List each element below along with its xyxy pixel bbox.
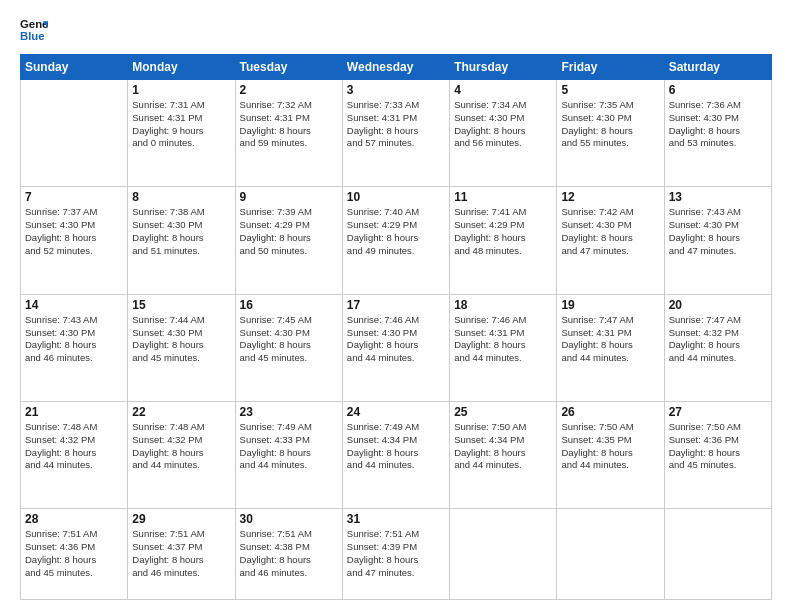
weekday-header-row: SundayMondayTuesdayWednesdayThursdayFrid… [21, 55, 772, 80]
day-info: Sunrise: 7:51 AM Sunset: 4:37 PM Dayligh… [132, 528, 230, 579]
day-number: 24 [347, 405, 445, 419]
calendar-cell: 16Sunrise: 7:45 AM Sunset: 4:30 PM Dayli… [235, 294, 342, 401]
logo: General Blue [20, 16, 48, 44]
day-info: Sunrise: 7:39 AM Sunset: 4:29 PM Dayligh… [240, 206, 338, 257]
day-number: 14 [25, 298, 123, 312]
day-info: Sunrise: 7:42 AM Sunset: 4:30 PM Dayligh… [561, 206, 659, 257]
calendar-cell: 11Sunrise: 7:41 AM Sunset: 4:29 PM Dayli… [450, 187, 557, 294]
day-number: 22 [132, 405, 230, 419]
day-info: Sunrise: 7:49 AM Sunset: 4:34 PM Dayligh… [347, 421, 445, 472]
calendar-cell: 21Sunrise: 7:48 AM Sunset: 4:32 PM Dayli… [21, 402, 128, 509]
day-info: Sunrise: 7:47 AM Sunset: 4:32 PM Dayligh… [669, 314, 767, 365]
weekday-header-monday: Monday [128, 55, 235, 80]
week-row-1: 7Sunrise: 7:37 AM Sunset: 4:30 PM Daylig… [21, 187, 772, 294]
day-number: 5 [561, 83, 659, 97]
day-number: 16 [240, 298, 338, 312]
calendar-cell: 27Sunrise: 7:50 AM Sunset: 4:36 PM Dayli… [664, 402, 771, 509]
calendar-cell: 7Sunrise: 7:37 AM Sunset: 4:30 PM Daylig… [21, 187, 128, 294]
day-number: 4 [454, 83, 552, 97]
calendar-cell: 9Sunrise: 7:39 AM Sunset: 4:29 PM Daylig… [235, 187, 342, 294]
day-info: Sunrise: 7:31 AM Sunset: 4:31 PM Dayligh… [132, 99, 230, 150]
calendar-cell: 13Sunrise: 7:43 AM Sunset: 4:30 PM Dayli… [664, 187, 771, 294]
day-number: 27 [669, 405, 767, 419]
day-number: 20 [669, 298, 767, 312]
day-info: Sunrise: 7:35 AM Sunset: 4:30 PM Dayligh… [561, 99, 659, 150]
day-number: 15 [132, 298, 230, 312]
day-info: Sunrise: 7:41 AM Sunset: 4:29 PM Dayligh… [454, 206, 552, 257]
day-info: Sunrise: 7:43 AM Sunset: 4:30 PM Dayligh… [669, 206, 767, 257]
calendar-cell: 10Sunrise: 7:40 AM Sunset: 4:29 PM Dayli… [342, 187, 449, 294]
day-info: Sunrise: 7:51 AM Sunset: 4:39 PM Dayligh… [347, 528, 445, 579]
calendar-cell [21, 80, 128, 187]
calendar-cell: 23Sunrise: 7:49 AM Sunset: 4:33 PM Dayli… [235, 402, 342, 509]
day-number: 1 [132, 83, 230, 97]
day-number: 30 [240, 512, 338, 526]
calendar-cell: 2Sunrise: 7:32 AM Sunset: 4:31 PM Daylig… [235, 80, 342, 187]
calendar-cell: 14Sunrise: 7:43 AM Sunset: 4:30 PM Dayli… [21, 294, 128, 401]
day-number: 17 [347, 298, 445, 312]
day-number: 31 [347, 512, 445, 526]
day-info: Sunrise: 7:50 AM Sunset: 4:36 PM Dayligh… [669, 421, 767, 472]
calendar-cell: 5Sunrise: 7:35 AM Sunset: 4:30 PM Daylig… [557, 80, 664, 187]
calendar-cell [450, 509, 557, 600]
calendar-cell: 4Sunrise: 7:34 AM Sunset: 4:30 PM Daylig… [450, 80, 557, 187]
calendar-cell: 31Sunrise: 7:51 AM Sunset: 4:39 PM Dayli… [342, 509, 449, 600]
day-number: 29 [132, 512, 230, 526]
day-number: 9 [240, 190, 338, 204]
day-info: Sunrise: 7:49 AM Sunset: 4:33 PM Dayligh… [240, 421, 338, 472]
day-number: 7 [25, 190, 123, 204]
calendar-cell: 19Sunrise: 7:47 AM Sunset: 4:31 PM Dayli… [557, 294, 664, 401]
day-number: 6 [669, 83, 767, 97]
week-row-2: 14Sunrise: 7:43 AM Sunset: 4:30 PM Dayli… [21, 294, 772, 401]
day-info: Sunrise: 7:32 AM Sunset: 4:31 PM Dayligh… [240, 99, 338, 150]
calendar-cell: 17Sunrise: 7:46 AM Sunset: 4:30 PM Dayli… [342, 294, 449, 401]
calendar-cell: 24Sunrise: 7:49 AM Sunset: 4:34 PM Dayli… [342, 402, 449, 509]
calendar-cell: 18Sunrise: 7:46 AM Sunset: 4:31 PM Dayli… [450, 294, 557, 401]
day-info: Sunrise: 7:33 AM Sunset: 4:31 PM Dayligh… [347, 99, 445, 150]
day-info: Sunrise: 7:45 AM Sunset: 4:30 PM Dayligh… [240, 314, 338, 365]
day-info: Sunrise: 7:48 AM Sunset: 4:32 PM Dayligh… [25, 421, 123, 472]
day-number: 28 [25, 512, 123, 526]
calendar-cell: 3Sunrise: 7:33 AM Sunset: 4:31 PM Daylig… [342, 80, 449, 187]
day-number: 25 [454, 405, 552, 419]
calendar-cell: 15Sunrise: 7:44 AM Sunset: 4:30 PM Dayli… [128, 294, 235, 401]
day-number: 13 [669, 190, 767, 204]
day-number: 12 [561, 190, 659, 204]
calendar-table: SundayMondayTuesdayWednesdayThursdayFrid… [20, 54, 772, 600]
weekday-header-saturday: Saturday [664, 55, 771, 80]
day-info: Sunrise: 7:48 AM Sunset: 4:32 PM Dayligh… [132, 421, 230, 472]
calendar-cell: 29Sunrise: 7:51 AM Sunset: 4:37 PM Dayli… [128, 509, 235, 600]
day-info: Sunrise: 7:46 AM Sunset: 4:30 PM Dayligh… [347, 314, 445, 365]
day-info: Sunrise: 7:46 AM Sunset: 4:31 PM Dayligh… [454, 314, 552, 365]
day-info: Sunrise: 7:38 AM Sunset: 4:30 PM Dayligh… [132, 206, 230, 257]
day-info: Sunrise: 7:50 AM Sunset: 4:34 PM Dayligh… [454, 421, 552, 472]
calendar-cell: 22Sunrise: 7:48 AM Sunset: 4:32 PM Dayli… [128, 402, 235, 509]
day-info: Sunrise: 7:50 AM Sunset: 4:35 PM Dayligh… [561, 421, 659, 472]
week-row-0: 1Sunrise: 7:31 AM Sunset: 4:31 PM Daylig… [21, 80, 772, 187]
day-info: Sunrise: 7:51 AM Sunset: 4:38 PM Dayligh… [240, 528, 338, 579]
calendar-cell [664, 509, 771, 600]
day-info: Sunrise: 7:36 AM Sunset: 4:30 PM Dayligh… [669, 99, 767, 150]
week-row-4: 28Sunrise: 7:51 AM Sunset: 4:36 PM Dayli… [21, 509, 772, 600]
day-number: 3 [347, 83, 445, 97]
day-info: Sunrise: 7:40 AM Sunset: 4:29 PM Dayligh… [347, 206, 445, 257]
day-info: Sunrise: 7:44 AM Sunset: 4:30 PM Dayligh… [132, 314, 230, 365]
weekday-header-tuesday: Tuesday [235, 55, 342, 80]
week-row-3: 21Sunrise: 7:48 AM Sunset: 4:32 PM Dayli… [21, 402, 772, 509]
day-info: Sunrise: 7:51 AM Sunset: 4:36 PM Dayligh… [25, 528, 123, 579]
day-info: Sunrise: 7:34 AM Sunset: 4:30 PM Dayligh… [454, 99, 552, 150]
day-number: 19 [561, 298, 659, 312]
svg-text:General: General [20, 18, 48, 30]
calendar-cell: 6Sunrise: 7:36 AM Sunset: 4:30 PM Daylig… [664, 80, 771, 187]
weekday-header-sunday: Sunday [21, 55, 128, 80]
day-number: 26 [561, 405, 659, 419]
calendar-cell: 30Sunrise: 7:51 AM Sunset: 4:38 PM Dayli… [235, 509, 342, 600]
weekday-header-friday: Friday [557, 55, 664, 80]
weekday-header-wednesday: Wednesday [342, 55, 449, 80]
day-info: Sunrise: 7:43 AM Sunset: 4:30 PM Dayligh… [25, 314, 123, 365]
calendar-cell: 28Sunrise: 7:51 AM Sunset: 4:36 PM Dayli… [21, 509, 128, 600]
day-number: 10 [347, 190, 445, 204]
header: General Blue [20, 16, 772, 44]
calendar-cell: 25Sunrise: 7:50 AM Sunset: 4:34 PM Dayli… [450, 402, 557, 509]
day-number: 11 [454, 190, 552, 204]
